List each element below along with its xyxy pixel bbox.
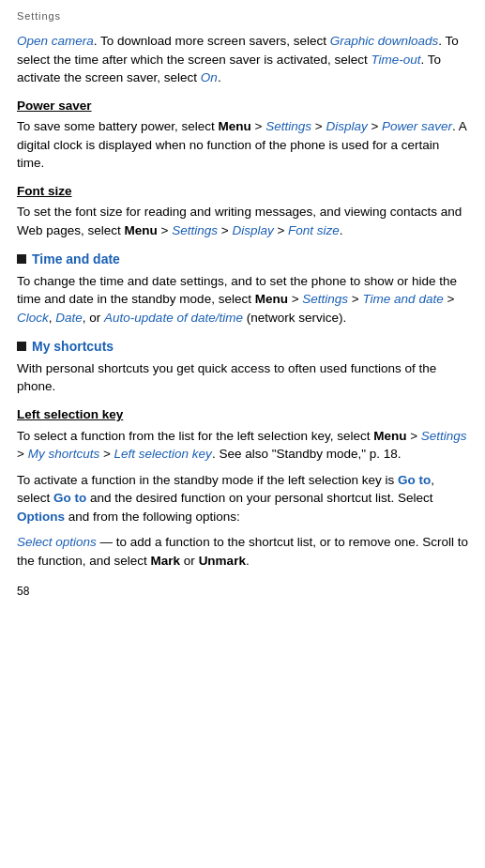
graphic-downloads-link[interactable]: Graphic downloads — [330, 34, 439, 48]
time-date-para: To change the time and date settings, an… — [17, 272, 468, 327]
my-shortcuts-para: With personal shortcuts you get quick ac… — [17, 359, 468, 396]
clock-link[interactable]: Clock — [17, 311, 49, 325]
settings-link-2[interactable]: Settings — [172, 223, 218, 237]
font-size-section: Font size To set the font size for readi… — [17, 182, 468, 240]
settings-link-1[interactable]: Settings — [265, 119, 311, 133]
date-link[interactable]: Date — [55, 311, 83, 325]
left-selection-heading: Left selection key — [17, 405, 468, 424]
time-date-section: Time and date To change the time and dat… — [17, 250, 468, 327]
display-link-2[interactable]: Display — [232, 223, 273, 237]
left-selection-section: Left selection key To select a function … — [17, 405, 468, 571]
my-shortcuts-heading-container: My shortcuts — [17, 337, 468, 356]
time-date-heading-container: Time and date — [17, 250, 468, 268]
menu-link-4[interactable]: Menu — [373, 429, 406, 443]
open-camera-section: Open camera. To download more screen sav… — [17, 32, 468, 87]
font-size-heading: Font size — [17, 182, 468, 201]
power-saver-section: Power saver To save some battery power, … — [17, 97, 468, 173]
page-number: 58 — [17, 584, 468, 600]
time-date-heading: Time and date — [32, 250, 120, 268]
left-sel-para1: To select a function from the list for t… — [17, 427, 468, 464]
font-size-link[interactable]: Font size — [288, 223, 340, 237]
go-to-link-2[interactable]: Go to — [53, 491, 86, 505]
settings-link-4[interactable]: Settings — [421, 429, 467, 443]
page-title: Settings — [17, 9, 468, 24]
time-date-text2: (network service). — [243, 311, 346, 325]
mark-link[interactable]: Mark — [151, 554, 181, 568]
left-sel-text2: . See also "Standby mode," p. 18. — [212, 447, 402, 461]
auto-update-link[interactable]: Auto-update of date/time — [104, 311, 243, 325]
activate-text4: and from the following options: — [65, 510, 240, 524]
font-size-text2: . — [340, 223, 343, 237]
menu-link-2[interactable]: Menu — [125, 223, 158, 237]
font-size-para: To set the font size for reading and wri… — [17, 203, 468, 239]
settings-link-3[interactable]: Settings — [302, 292, 348, 306]
menu-link-1[interactable]: Menu — [219, 119, 251, 133]
menu-link-3[interactable]: Menu — [255, 292, 288, 306]
power-saver-heading: Power saver — [17, 97, 468, 115]
unmark-link[interactable]: Unmark — [199, 554, 246, 568]
options-link[interactable]: Options — [17, 510, 65, 524]
my-shortcuts-link[interactable]: My shortcuts — [28, 447, 100, 461]
select-options-link[interactable]: Select options — [17, 535, 97, 549]
activate-text1: To activate a function in the standby mo… — [17, 473, 398, 487]
left-sel-link[interactable]: Left selection key — [114, 447, 212, 461]
period: . — [246, 554, 250, 568]
display-link-1[interactable]: Display — [326, 119, 367, 133]
time-out-link[interactable]: Time-out — [371, 53, 420, 67]
power-saver-para: To save some battery power, select Menu … — [17, 117, 468, 173]
time-date-icon — [17, 254, 26, 264]
open-camera-text1: . To download more screen savers, select — [94, 34, 330, 48]
my-shortcuts-heading: My shortcuts — [32, 337, 114, 356]
left-sel-text1: To select a function from the list for t… — [17, 429, 373, 443]
open-camera-para: Open camera. To download more screen sav… — [17, 32, 468, 87]
select-options-para: Select options — to add a function to th… — [17, 533, 468, 570]
my-shortcuts-section: My shortcuts With personal shortcuts you… — [17, 337, 468, 396]
power-saver-text1: To save some battery power, select — [17, 119, 219, 133]
activate-text3: and the desired function on your persona… — [86, 491, 432, 505]
on-rest: . — [218, 70, 221, 84]
power-saver-link[interactable]: Power saver — [382, 119, 452, 133]
my-shortcuts-icon — [17, 342, 26, 351]
page-container: Settings Open camera. To download more s… — [0, 0, 485, 619]
open-camera-link[interactable]: Open camera — [17, 34, 94, 48]
left-sel-para2: To activate a function in the standby mo… — [17, 471, 468, 526]
time-and-date-link[interactable]: Time and date — [362, 292, 443, 306]
on-link[interactable]: On — [201, 70, 218, 84]
go-to-link-1[interactable]: Go to — [398, 473, 431, 487]
or-text: or — [180, 554, 199, 568]
